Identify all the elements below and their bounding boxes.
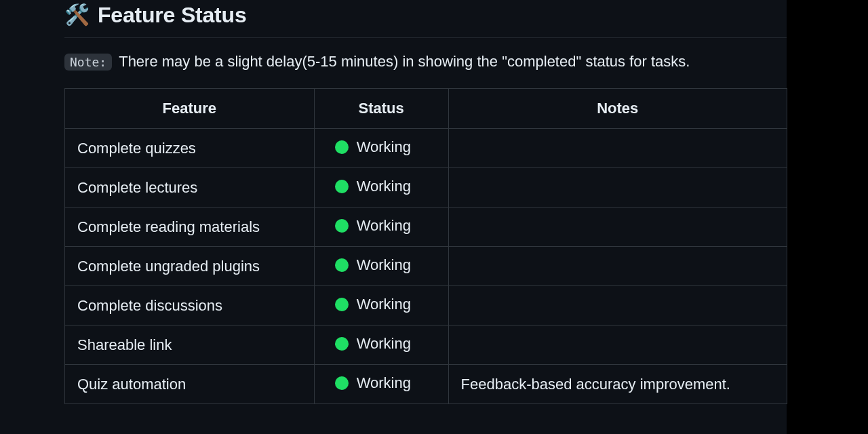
- page-header: 🛠️ Feature Status: [64, 0, 787, 38]
- status-text: Working: [357, 138, 411, 156]
- table-row: Complete reading materialsWorking: [65, 208, 787, 247]
- feature-status-table: Feature Status Notes Complete quizzesWor…: [64, 88, 787, 404]
- status-text: Working: [357, 296, 411, 313]
- tools-icon: 🛠️: [64, 5, 90, 25]
- table-row: Complete discussionsWorking: [65, 286, 787, 326]
- status-text: Working: [357, 178, 411, 195]
- feature-cell: Complete discussions: [65, 286, 315, 326]
- status-dot-icon: [335, 180, 349, 193]
- column-header-notes: Notes: [448, 89, 787, 129]
- table-row: Shareable linkWorking: [65, 326, 787, 365]
- status-cell: Working: [314, 286, 448, 326]
- status-cell: Working: [314, 247, 448, 286]
- page-container: 🛠️ Feature Status Note: There may be a s…: [0, 0, 787, 434]
- status-cell: Working: [314, 129, 448, 168]
- status-cell: Working: [314, 208, 448, 247]
- note-badge: Note:: [64, 54, 112, 71]
- status-dot-icon: [335, 337, 349, 351]
- note-line: Note: There may be a slight delay(5-15 m…: [64, 38, 787, 88]
- status-dot-icon: [335, 258, 349, 272]
- notes-cell: [448, 208, 787, 247]
- status-cell: Working: [314, 168, 448, 208]
- table-row: Complete quizzesWorking: [65, 129, 787, 168]
- status-text: Working: [357, 256, 411, 274]
- status-dot-icon: [335, 140, 349, 154]
- notes-cell: [448, 168, 787, 208]
- notes-cell: Feedback-based accuracy improvement.: [448, 365, 787, 404]
- note-text: There may be a slight delay(5-15 minutes…: [119, 53, 690, 71]
- table-row: Complete lecturesWorking: [65, 168, 787, 208]
- table-header-row: Feature Status Notes: [65, 89, 787, 129]
- status-dot-icon: [335, 376, 349, 390]
- column-header-status: Status: [314, 89, 448, 129]
- feature-cell: Complete ungraded plugins: [65, 247, 315, 286]
- status-text: Working: [357, 217, 411, 235]
- status-text: Working: [357, 335, 411, 353]
- table-row: Complete ungraded pluginsWorking: [65, 247, 787, 286]
- status-text: Working: [357, 374, 411, 392]
- status-cell: Working: [314, 365, 448, 404]
- feature-cell: Quiz automation: [65, 365, 315, 404]
- column-header-feature: Feature: [65, 89, 315, 129]
- status-dot-icon: [335, 219, 349, 233]
- notes-cell: [448, 129, 787, 168]
- notes-cell: [448, 286, 787, 326]
- status-dot-icon: [335, 298, 349, 311]
- table-row: Quiz automationWorkingFeedback-based acc…: [65, 365, 787, 404]
- feature-cell: Shareable link: [65, 326, 315, 365]
- notes-cell: [448, 326, 787, 365]
- page-title: Feature Status: [98, 3, 246, 28]
- notes-cell: [448, 247, 787, 286]
- feature-cell: Complete reading materials: [65, 208, 315, 247]
- feature-cell: Complete lectures: [65, 168, 315, 208]
- feature-cell: Complete quizzes: [65, 129, 315, 168]
- status-cell: Working: [314, 326, 448, 365]
